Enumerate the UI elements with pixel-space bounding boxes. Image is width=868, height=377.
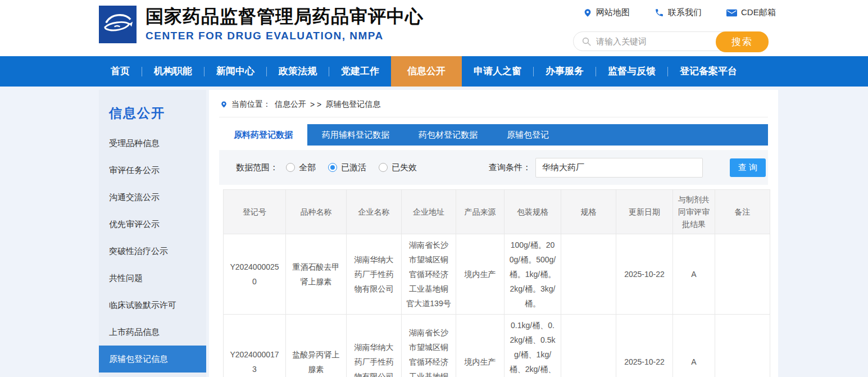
radio-checked-icon: [328, 163, 337, 172]
col-remark: 备注: [715, 190, 770, 234]
contact-us-label: 联系我们: [668, 7, 702, 18]
breadcrumb: 当前位置：信息公开 > > 原辅包登记信息: [219, 90, 768, 117]
col-product-name: 品种名称: [286, 190, 347, 234]
mail-icon: [726, 8, 737, 17]
col-update-date: 更新日期: [616, 190, 673, 234]
nav-item-news[interactable]: 新闻中心: [204, 56, 266, 87]
radio-icon: [379, 163, 388, 172]
sitemap-link[interactable]: 网站地图: [583, 7, 630, 18]
cell-spec: [561, 315, 616, 377]
nav-item-information-disclosure[interactable]: 信息公开: [391, 56, 462, 87]
header-quick-links: 网站地图 联系我们 CDE邮箱: [583, 7, 776, 18]
cell-update-date: 2025-10-22: [616, 315, 673, 377]
cell-product-name: 重酒石酸去甲肾上腺素: [286, 234, 347, 315]
col-company-address: 企业地址: [402, 190, 456, 234]
sidebar: 信息公开 受理品种信息 审评任务公示 沟通交流公示 优先审评公示 突破性治疗公示…: [99, 90, 206, 377]
sidebar-item-breakthrough-therapy[interactable]: 突破性治疗公示: [99, 238, 206, 265]
col-company-name: 企业名称: [347, 190, 402, 234]
query-label: 查询条件：: [489, 162, 531, 173]
location-pin-icon: [583, 8, 592, 18]
sidebar-item-common-issues[interactable]: 共性问题: [99, 265, 206, 292]
radio-option-activated[interactable]: 已激活: [328, 162, 366, 173]
cell-company-name: 湖南华纳大药厂手性药物有限公司: [347, 234, 402, 315]
location-pin-icon: [220, 100, 228, 109]
radio-label-expired: 已失效: [392, 162, 417, 173]
main-nav: 首页 机构职能 新闻中心 政策法规 党建工作 信息公开 申请人之窗 办事服务 监…: [0, 56, 868, 87]
sidebar-item-priority-review[interactable]: 优先审评公示: [99, 211, 206, 238]
nav-item-policies[interactable]: 政策法规: [267, 56, 329, 87]
site-subtitle: CENTER FOR DRUG EVALUATION, NMPA: [146, 30, 424, 42]
filter-bar: 数据范围： 全部 已激活 已失效 查询条件： 查 询: [219, 150, 768, 185]
nav-item-functions[interactable]: 机构职能: [142, 56, 204, 87]
radio-option-expired[interactable]: 已失效: [379, 162, 417, 173]
nav-item-services[interactable]: 办事服务: [534, 56, 596, 87]
cde-mail-label: CDE邮箱: [741, 7, 776, 18]
sidebar-item-marketed-drugs[interactable]: 上市药品信息: [99, 319, 206, 346]
cell-registration-no: Y20240000250: [224, 234, 286, 315]
table-row: Y20240000173 盐酸异丙肾上腺素 湖南华纳大药厂手性药物有限公司 湖南…: [224, 315, 770, 377]
cell-company-address: 湖南省长沙市望城区铜官循环经济工业基地铜官大道139号: [402, 234, 456, 315]
radio-label-activated: 已激活: [341, 162, 366, 173]
cell-origin: 境内生产: [456, 234, 505, 315]
cell-company-name: 湖南华纳大药厂手性药物有限公司: [347, 315, 402, 377]
site-search: 搜索: [573, 31, 769, 51]
cell-company-address: 湖南省长沙市望城区铜官循环经济工业基地铜官大道139号: [402, 315, 456, 377]
search-button[interactable]: 搜索: [716, 31, 769, 52]
sitemap-label: 网站地图: [596, 7, 630, 18]
search-input[interactable]: [596, 33, 720, 50]
nav-item-party-building[interactable]: 党建工作: [329, 56, 391, 87]
nav-item-supervision-feedback[interactable]: 监督与反馈: [596, 56, 667, 87]
nav-item-applicant-window[interactable]: 申请人之窗: [462, 56, 533, 87]
sidebar-item-clinical-trial-implied-license[interactable]: 临床试验默示许可: [99, 292, 206, 319]
cde-logo-icon: [99, 6, 137, 43]
tab-excipient-registration-data[interactable]: 药用辅料登记数据: [307, 124, 404, 146]
contact-us-link[interactable]: 联系我们: [655, 7, 702, 18]
cell-package-spec: 100g/桶。200g/桶。500g/桶。1kg/桶。2kg/桶。3kg/桶。: [505, 234, 561, 315]
radio-label-all: 全部: [299, 162, 316, 173]
cell-package-spec: 0.1kg/桶、0.2kg/桶、0.5kg/桶、1kg/桶、2kg/桶、3kg/…: [505, 315, 561, 377]
breadcrumb-item-information-disclosure[interactable]: 信息公开: [275, 99, 306, 110]
nav-item-home[interactable]: 首页: [99, 56, 142, 87]
col-package-spec: 包装规格: [505, 190, 561, 234]
cell-update-date: 2025-10-22: [616, 234, 673, 315]
phone-icon: [655, 8, 664, 17]
main-panel: 当前位置：信息公开 > > 原辅包登记信息 原料药登记数据 药用辅料登记数据 药…: [209, 90, 778, 377]
radio-icon: [286, 163, 295, 172]
query-input[interactable]: [535, 158, 703, 178]
registrations-table: 登记号 品种名称 企业名称 企业地址 产品来源 包装规格 规格 更新日期 与制剂…: [223, 189, 770, 377]
tab-packaging-registration-data[interactable]: 药包材登记数据: [404, 124, 492, 146]
scope-radio-group: 全部 已激活 已失效: [286, 162, 417, 173]
data-tabs: 原料药登记数据 药用辅料登记数据 药包材登记数据 原辅包登记: [219, 124, 768, 146]
breadcrumb-item-current[interactable]: 原辅包登记信息: [325, 99, 380, 110]
sidebar-item-review-tasks[interactable]: 审评任务公示: [99, 157, 206, 184]
tab-raw-excipient-packaging-registration[interactable]: 原辅包登记: [492, 124, 563, 146]
col-spec: 规格: [561, 190, 616, 234]
search-icon: [581, 37, 592, 47]
cde-mail-link[interactable]: CDE邮箱: [726, 7, 776, 18]
query-button[interactable]: 查 询: [730, 158, 766, 177]
cell-product-name: 盐酸异丙肾上腺素: [286, 315, 347, 377]
cell-remark: [715, 234, 770, 315]
table-header-row: 登记号 品种名称 企业名称 企业地址 产品来源 包装规格 规格 更新日期 与制剂…: [224, 190, 770, 234]
col-registration-no: 登记号: [224, 190, 286, 234]
tab-api-registration-data[interactable]: 原料药登记数据: [219, 124, 307, 146]
breadcrumb-separator: > >: [310, 100, 321, 109]
sidebar-item-communication[interactable]: 沟通交流公示: [99, 184, 206, 211]
breadcrumb-prefix: 当前位置：: [231, 99, 271, 110]
site-header: 国家药品监督管理局药品审评中心 CENTER FOR DRUG EVALUATI…: [0, 0, 868, 56]
col-origin: 产品来源: [456, 190, 505, 234]
cell-registration-no: Y20240000173: [224, 315, 286, 377]
radio-option-all[interactable]: 全部: [286, 162, 316, 173]
site-title: 国家药品监督管理局药品审评中心: [146, 6, 424, 27]
scope-label: 数据范围：: [236, 162, 278, 173]
cell-spec: [561, 234, 616, 315]
registrations-table-wrap: 登记号 品种名称 企业名称 企业地址 产品来源 包装规格 规格 更新日期 与制剂…: [223, 189, 764, 377]
sidebar-item-accepted-products[interactable]: 受理品种信息: [99, 130, 206, 157]
cell-origin: 境内生产: [456, 315, 505, 377]
nav-item-registration-platform[interactable]: 登记备案平台: [668, 56, 749, 87]
cell-review-result: A: [673, 234, 715, 315]
sidebar-title: 信息公开: [99, 90, 206, 130]
sidebar-item-api-excipient-packaging-registration[interactable]: 原辅包登记信息: [99, 346, 206, 373]
col-review-result: 与制剂共同审评审批结果: [673, 190, 715, 234]
cell-remark: [715, 315, 770, 377]
